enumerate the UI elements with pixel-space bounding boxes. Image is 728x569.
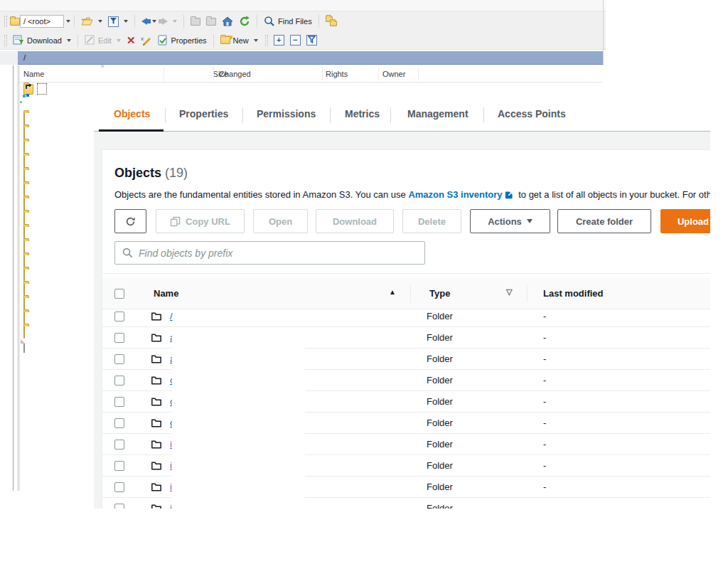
toolbar-grip-handle[interactable] (4, 16, 7, 27)
parent-directory-icon (191, 18, 200, 26)
download-caret-icon[interactable] (67, 39, 71, 42)
toolbar-grip-handle[interactable] (265, 35, 268, 46)
address-bar[interactable]: / (18, 51, 603, 65)
column-header-changed[interactable]: Changed (219, 70, 251, 78)
folder-list-item[interactable] (23, 297, 25, 310)
minus-icon: − (290, 35, 301, 46)
folder-list-item[interactable] (23, 240, 25, 253)
upload-button[interactable]: Upload (660, 209, 710, 233)
row-checkbox[interactable] (114, 482, 124, 492)
actions-menu-button[interactable]: Actions (470, 209, 550, 233)
column-header-rights[interactable]: Rights (326, 70, 348, 78)
folder-list-item[interactable] (23, 312, 25, 324)
open-directory-caret-icon[interactable] (98, 20, 102, 23)
folder-list-item[interactable] (23, 255, 25, 267)
row-checkbox[interactable] (114, 312, 124, 321)
folder-list-item[interactable] (23, 269, 25, 282)
column-header-owner[interactable]: Owner (382, 70, 405, 78)
new-button[interactable]: New (218, 35, 261, 46)
folder-list-item[interactable] (23, 141, 25, 154)
row-checkbox[interactable] (114, 440, 124, 450)
folder-list-item[interactable] (23, 212, 25, 225)
folder-list-item[interactable] (23, 127, 25, 139)
back-button[interactable] (139, 16, 159, 26)
folder-icon (151, 311, 162, 322)
open-button: Open (253, 209, 308, 233)
object-last-modified: - (543, 482, 546, 492)
delete-button: Delete (402, 209, 461, 233)
folder-list-item[interactable] (23, 326, 25, 339)
winscp-window-top-strip (0, 0, 606, 11)
create-folder-button[interactable]: Create folder (557, 209, 651, 233)
column-divider[interactable] (378, 67, 379, 81)
row-checkbox[interactable] (114, 333, 124, 343)
refresh-button[interactable] (236, 14, 253, 28)
row-checkbox[interactable] (114, 418, 124, 428)
filter-panel-button[interactable] (304, 33, 320, 47)
tab-management[interactable]: Management (407, 108, 469, 119)
address-bar-path: / (23, 53, 26, 62)
find-files-icon (264, 16, 275, 27)
table-header-type[interactable]: Type (429, 288, 450, 299)
path-combobox[interactable]: / <root> (20, 15, 64, 28)
table-row: / Folder - (102, 306, 710, 327)
row-checkbox[interactable] (114, 397, 124, 407)
s3-inventory-link[interactable]: Amazon S3 inventory (408, 189, 502, 200)
column-divider[interactable] (322, 67, 323, 81)
tab-metrics[interactable]: Metrics (345, 108, 380, 119)
folder-list-item[interactable] (23, 169, 25, 182)
toolbar-separator (213, 34, 214, 47)
rename-button[interactable]: x (138, 33, 155, 47)
folder-list-item[interactable] (23, 283, 25, 296)
column-divider[interactable] (164, 67, 164, 81)
synchronize-button[interactable] (323, 14, 341, 28)
tab-permissions[interactable]: Permissions (257, 108, 316, 119)
delete-x-icon: ✕ (127, 36, 136, 46)
table-header-last-modified[interactable]: Last modified (543, 288, 604, 299)
refresh-objects-button[interactable] (114, 209, 146, 233)
row-checkbox[interactable] (114, 504, 124, 509)
expand-button[interactable]: + (271, 33, 287, 47)
object-name-link[interactable]: / (170, 311, 173, 321)
file-list-item[interactable] (23, 340, 25, 353)
back-caret-icon[interactable] (152, 20, 156, 23)
edit-label: Edit (98, 36, 112, 45)
column-divider[interactable] (418, 67, 419, 81)
search-box[interactable] (114, 241, 425, 265)
tab-properties[interactable]: Properties (179, 108, 228, 119)
delete-button[interactable]: ✕ (124, 34, 139, 47)
row-checkbox[interactable] (114, 376, 124, 385)
column-header-name[interactable]: Name (23, 70, 44, 78)
filter-icon (108, 16, 119, 27)
sort-ascending-icon[interactable]: ▲ (389, 288, 396, 296)
toolbar-grip-handle[interactable] (4, 35, 7, 46)
column-divider[interactable] (213, 67, 214, 81)
folder-list-item[interactable] (23, 184, 25, 196)
filter-caret-icon[interactable] (124, 20, 128, 23)
select-all-checkbox[interactable] (114, 289, 124, 299)
find-files-button[interactable]: Find Files (261, 14, 315, 28)
folder-list-item[interactable] (23, 198, 25, 211)
delete-label: Delete (418, 216, 446, 227)
open-directory-button[interactable] (78, 15, 105, 28)
folder-list-item[interactable] (23, 155, 25, 168)
sort-inactive-icon[interactable]: ▽ (506, 287, 512, 297)
search-input[interactable] (139, 248, 417, 259)
folder-list-item[interactable] (23, 226, 25, 239)
properties-button[interactable]: Properties (155, 33, 209, 47)
new-caret-icon[interactable] (254, 39, 258, 42)
collapse-button[interactable]: − (287, 33, 304, 47)
folder-icon (23, 126, 25, 139)
table-header-name[interactable]: Name (154, 288, 178, 299)
tab-objects[interactable]: Objects (114, 108, 150, 119)
tab-access-points[interactable]: Access Points (498, 108, 566, 119)
path-dropdown-caret-icon[interactable] (66, 20, 70, 23)
properties-icon (158, 35, 168, 46)
rename-pencil-icon: x (141, 35, 152, 46)
download-button[interactable]: Download (10, 33, 74, 47)
row-checkbox[interactable] (114, 461, 124, 471)
home-directory-button[interactable] (219, 15, 236, 28)
folder-list-item[interactable] (23, 112, 25, 125)
row-checkbox[interactable] (114, 354, 124, 364)
filter-button[interactable] (105, 15, 131, 28)
